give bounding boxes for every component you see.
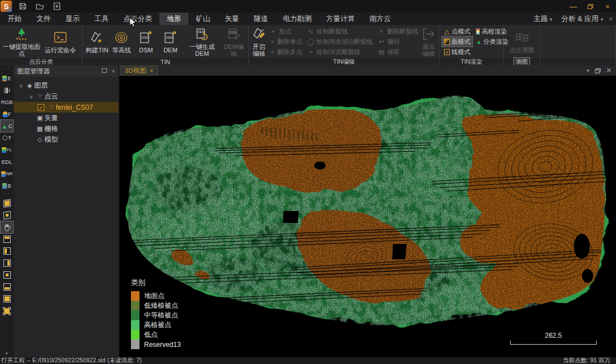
visibility-checkbox[interactable]: ✓: [38, 104, 44, 111]
menu-tab-display[interactable]: 显示: [58, 13, 87, 25]
blend-render-button[interactable]: F: [1, 108, 13, 120]
b-render-button[interactable]: B: [1, 180, 13, 192]
close-tab-icon[interactable]: ×: [150, 67, 153, 74]
add-point-item[interactable]: +加点: [267, 26, 305, 36]
rgb-render-button[interactable]: RGB: [1, 96, 13, 108]
pointcloud-mapping-button[interactable]: 点云测图: [506, 26, 537, 57]
status-project-path: 打开工程 -- E:/0910/250922/250922.sld (未读消息:…: [0, 357, 142, 364]
undo-item[interactable]: ↩撤回: [375, 36, 421, 47]
tree-node-fenlei-cs07[interactable]: ✓ ∵ fenlei_CS07: [14, 102, 118, 113]
float-view-icon[interactable]: [595, 68, 601, 73]
menu-tab-tools[interactable]: 工具: [87, 13, 116, 25]
menu-tab-vector[interactable]: 矢量: [217, 13, 247, 25]
analysis-app-menu[interactable]: 分析 & 应用 ▾: [558, 14, 606, 24]
delete-multi-point-item[interactable]: ×删除多点: [267, 47, 305, 57]
edl-render-button[interactable]: EDL: [1, 156, 13, 168]
view-front-button[interactable]: [1, 245, 13, 257]
group-label-tin-render: TIN渲染: [440, 58, 503, 65]
tree-node-pointcloud[interactable]: ∨ ∵ 点云: [14, 91, 118, 102]
elevation-render-item[interactable]: E高程渲染: [474, 26, 506, 36]
collapse-ribbon-button[interactable]: ∧: [609, 16, 613, 22]
legend-title: 类别: [131, 278, 181, 288]
dem-edit-button[interactable]: DEM DEM编辑: [221, 26, 246, 57]
open-project-button[interactable]: [34, 1, 46, 11]
elevation-render-button[interactable]: E: [1, 72, 13, 84]
ribbon: 一键提取地面点 运行宏命令 点云分类 构建TIN: [0, 25, 616, 65]
view-top-icon: [3, 235, 11, 243]
close-panel-icon[interactable]: ×: [112, 68, 115, 75]
delete-breakline-item[interactable]: ×删除断裂线: [375, 26, 421, 36]
close-view-icon[interactable]: ×: [606, 65, 611, 76]
view-left-button[interactable]: [1, 257, 13, 269]
dsm-button[interactable]: DSM DSM: [134, 26, 158, 57]
classification-render-item[interactable]: ▲分类渲染: [474, 36, 506, 47]
menu-tab-volume[interactable]: 方量计算: [319, 13, 362, 25]
expand-icon[interactable]: ∨: [27, 94, 35, 100]
menu-tab-file[interactable]: 文件: [29, 13, 58, 25]
nr-render-button[interactable]: NR: [1, 168, 13, 180]
toolbar-separator: ···: [4, 192, 10, 197]
view-back-button[interactable]: [1, 281, 13, 293]
time-render-button[interactable]: T: [1, 132, 13, 144]
clock-icon: [2, 135, 7, 140]
delete-single-point-item[interactable]: ×删除单点: [267, 36, 305, 47]
tree-node-model[interactable]: ◇ 模型: [14, 134, 118, 145]
save-edit-item[interactable]: ▤保存: [375, 47, 421, 57]
theme-menu[interactable]: 主题 ▾: [530, 14, 556, 24]
tree-node-layers[interactable]: ∨ ◈ 图层: [14, 80, 118, 91]
draw-river-breakline-item[interactable]: ≈绘制河流断裂线: [305, 47, 375, 57]
menu-tab-power-survey[interactable]: 电力勘测: [276, 13, 319, 25]
expand-icon[interactable]: ∨: [17, 83, 25, 89]
zoom-extent-button[interactable]: [1, 305, 13, 317]
menu-tab-start[interactable]: 开始: [0, 13, 29, 25]
draw-breakline-item[interactable]: ∿绘制断裂线: [305, 26, 375, 36]
draw-lake-breakline-item[interactable]: ◯绘制闭合湖泊断裂线: [305, 36, 375, 47]
chevron-down-icon: ▾: [550, 16, 553, 22]
dem-button[interactable]: DEM DEM: [158, 26, 183, 57]
undo-icon: ↩: [377, 38, 385, 46]
new-file-button[interactable]: [51, 1, 63, 11]
exit-edit-button[interactable]: 退出编辑: [421, 26, 437, 57]
menu-tab-south-cloud[interactable]: 南方云: [362, 13, 399, 25]
dsm-doc-icon: DSM: [138, 30, 153, 45]
tree-node-raster[interactable]: ▦ 栅格: [14, 123, 118, 134]
minimize-button[interactable]: —: [565, 1, 582, 12]
box-edit-button[interactable]: [1, 209, 13, 221]
contour-button[interactable]: 等高线: [109, 26, 134, 57]
save-button[interactable]: [17, 1, 29, 11]
tin-edit-manage-column: ×删除断裂线 ↩撤回 ▤保存: [375, 26, 421, 57]
one-key-dem-button[interactable]: DEM 一键生成DEM: [183, 26, 221, 57]
save-icon: [19, 2, 27, 10]
zoom-extent-icon: [3, 307, 11, 315]
box-select-button[interactable]: [1, 197, 13, 209]
view-bottom-button[interactable]: [1, 293, 13, 305]
tree-node-vector[interactable]: ▣ 矢量: [14, 113, 118, 123]
line-mode-item[interactable]: ×线模式: [442, 47, 473, 57]
pointcloud-icon: ∵: [47, 104, 56, 111]
menu-tab-pointcloud-classify[interactable]: 点云分类: [116, 13, 159, 25]
pointcloud-icon: ∵: [35, 93, 44, 100]
classification-render-button[interactable]: ▲C: [1, 120, 13, 132]
menu-tab-terrain[interactable]: 地形: [159, 13, 188, 25]
float-panel-icon[interactable]: [102, 68, 107, 73]
3d-canvas[interactable]: 类别 地面点 低矮植被点 中等植被点 高植被点: [120, 76, 616, 357]
view-right-button[interactable]: [1, 269, 13, 281]
pan-button[interactable]: [1, 221, 13, 233]
intensity-render-button[interactable]: I: [1, 84, 13, 96]
start-edit-button[interactable]: 开启编辑: [251, 26, 267, 57]
menu-tab-tunnel[interactable]: 隧道: [247, 13, 276, 25]
build-tin-button[interactable]: 构建TIN: [85, 26, 109, 57]
box-icon: [3, 199, 10, 208]
menu-tab-mine[interactable]: 矿山: [188, 13, 217, 25]
extract-ground-points-button[interactable]: 一键提取地面点: [2, 26, 41, 57]
restore-button[interactable]: [582, 1, 599, 12]
close-button[interactable]: ×: [599, 1, 616, 12]
tab-3d-view[interactable]: 3D视图 ×: [120, 65, 158, 76]
run-macro-button[interactable]: 运行宏命令: [41, 26, 80, 57]
fl-render-button[interactable]: FL: [1, 144, 13, 156]
face-mode-item[interactable]: 面模式: [442, 36, 473, 47]
dem-pencil-icon: DEM: [227, 27, 241, 42]
view-top-button[interactable]: [1, 233, 13, 245]
point-mode-item[interactable]: △点模式: [442, 26, 473, 36]
tab-list-dropdown-icon[interactable]: ▾: [586, 68, 589, 73]
